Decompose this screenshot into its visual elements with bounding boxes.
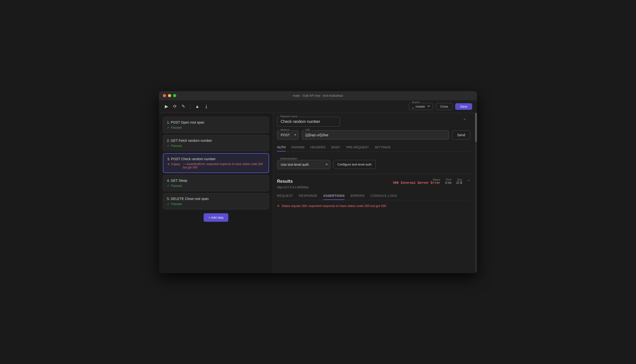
- size-label: Size: [457, 178, 462, 181]
- configure-auth-button[interactable]: Configure test-level auth: [333, 160, 376, 169]
- time-meta: Time 4 ms: [445, 178, 451, 184]
- time-label: Time: [446, 178, 451, 181]
- download-icon[interactable]: ⭳: [203, 103, 210, 110]
- method-url-row: Method POST GET PUT DELETE PATCH URL: [277, 130, 470, 140]
- step-4-status: ✓ Passed: [167, 184, 265, 188]
- collapse-button[interactable]: ⌃: [463, 118, 466, 123]
- app-window: mabl :: Edit API test - test-foobarbaz ▶…: [159, 91, 477, 273]
- branch-selector: Branch ⎯ master: [409, 103, 433, 110]
- branch-chevron-icon: [428, 106, 430, 107]
- checkmark-icon: ✓: [167, 126, 170, 130]
- auth-select[interactable]: Use test-level auth No auth Bearer token: [277, 160, 330, 169]
- results-title: Results: [277, 179, 293, 184]
- checkmark-icon: ✓: [167, 184, 170, 188]
- x-icon: ✕: [167, 162, 170, 166]
- branch-value: master: [416, 105, 425, 108]
- results-header: Results Status 500 Internal Server Error…: [277, 178, 470, 185]
- step-5-title: 5. DELETE Close root span: [167, 197, 265, 201]
- left-panel: 1. POST Open root span ✓ Passed 2. GET F…: [159, 113, 273, 273]
- status-label: Status: [433, 178, 440, 181]
- toolbar: ▶ ⟳ ✎ ▲ ⭳ Branch ⎯ master Close Save: [159, 100, 477, 113]
- upload-cloud-icon[interactable]: ▲: [194, 103, 200, 110]
- status-value: 500 Internal Server Error: [393, 181, 440, 185]
- scrollbar-thumb[interactable]: [475, 113, 477, 142]
- step-card-4[interactable]: 4. GET Sleep ✓ Passed: [163, 175, 269, 191]
- tab-headers[interactable]: HEADERS: [310, 144, 326, 152]
- step-5-status: ✓ Passed: [167, 202, 265, 206]
- step-2-status: ✓ Passed: [167, 144, 265, 148]
- results-collapse-button[interactable]: ⌃: [467, 179, 470, 184]
- method-wrapper: Method POST GET PUT DELETE PATCH: [277, 130, 299, 140]
- url-label: URL: [304, 128, 312, 131]
- add-step-button[interactable]: + Add step: [204, 213, 228, 222]
- assertion-error-text: Status equals 200: expected response to …: [282, 204, 386, 208]
- right-content: Request name ⌃ Method POST GET PUT DELET…: [273, 113, 477, 273]
- result-tab-response[interactable]: RESPONSE: [299, 192, 317, 200]
- results-meta: Status 500 Internal Server Error Time 4 …: [393, 178, 470, 185]
- step-card-2[interactable]: 2. GET Fetch random number ✓ Passed: [163, 135, 269, 151]
- request-tabs: AUTH PARAMS HEADERS BODY PRE-REQUEST SET…: [277, 144, 470, 152]
- tab-auth[interactable]: AUTH: [277, 144, 286, 152]
- step-3-title: 3. POST Check random number: [167, 157, 265, 161]
- main-content: 1. POST Open root span ✓ Passed 2. GET F…: [159, 113, 477, 273]
- auth-row: Use test-level auth No auth Bearer token…: [277, 160, 470, 169]
- results-section: Results Status 500 Internal Server Error…: [277, 174, 470, 208]
- request-name-section: Request name ⌃: [277, 117, 470, 126]
- size-value: 21 B: [456, 181, 462, 184]
- result-tabs: REQUEST RESPONSE ASSERTIONS ERRORS CONSO…: [277, 192, 470, 200]
- branch-label: Branch: [411, 101, 420, 104]
- result-tab-request[interactable]: REQUEST: [277, 192, 293, 200]
- minimize-window-button[interactable]: [168, 94, 171, 97]
- result-tab-assertions[interactable]: ASSERTIONS: [323, 192, 345, 200]
- step-1-title: 1. POST Open root span: [167, 120, 265, 124]
- checkmark-icon: ✓: [167, 144, 170, 148]
- results-url: http://127.0.0.1:8000/bar: [277, 186, 470, 189]
- step-2-title: 2. GET Fetch random number: [167, 138, 265, 142]
- url-wrapper: URL: [302, 130, 449, 140]
- tab-params[interactable]: PARAMS: [291, 144, 304, 152]
- edit-icon[interactable]: ✎: [180, 103, 186, 110]
- status-meta: Status 500 Internal Server Error: [393, 178, 440, 185]
- method-select[interactable]: POST GET PUT DELETE PATCH: [277, 130, 299, 140]
- toolbar-divider: [190, 104, 190, 109]
- toolbar-right: Branch ⎯ master Close Save: [409, 103, 472, 110]
- right-panel: Request name ⌃ Method POST GET PUT DELET…: [273, 113, 477, 273]
- auth-select-wrapper: Use test-level auth No auth Bearer token: [277, 160, 330, 169]
- maximize-window-button[interactable]: [173, 94, 176, 97]
- close-window-button[interactable]: [163, 94, 166, 97]
- step-card-3[interactable]: 3. POST Check random number ✕ Failed — A…: [163, 153, 269, 173]
- result-tab-console-logs[interactable]: CONSOLE LOGS: [370, 192, 397, 200]
- assertion-x-icon: ✕: [277, 204, 280, 208]
- step-card-5[interactable]: 5. DELETE Close root span ✓ Passed: [163, 193, 269, 210]
- auth-section: Authentication Use test-level auth No au…: [277, 156, 470, 169]
- method-label: Method: [280, 128, 290, 131]
- checkmark-icon: ✓: [167, 202, 170, 206]
- branch-button[interactable]: ⎯ master: [409, 103, 433, 110]
- titlebar: mabl :: Edit API test - test-foobarbaz: [159, 91, 477, 100]
- scrollbar-track[interactable]: [475, 113, 477, 273]
- step-3-status: ✕ Failed — AssertionError: expected resp…: [167, 162, 265, 169]
- window-title: mabl :: Edit API test - test-foobarbaz: [293, 94, 343, 98]
- tab-pre-request[interactable]: PRE-REQUEST: [346, 144, 369, 152]
- time-value: 4 ms: [445, 181, 451, 184]
- request-name-input[interactable]: [277, 117, 340, 126]
- step-card-1[interactable]: 1. POST Open root span ✓ Passed: [163, 117, 269, 133]
- save-button[interactable]: Save: [455, 103, 472, 110]
- step-1-status: ✓ Passed: [167, 126, 265, 130]
- branch-icon: ⎯: [412, 105, 414, 108]
- step-3-error: — AssertionError: expected response to h…: [183, 162, 265, 169]
- traffic-lights: [163, 94, 176, 97]
- tab-settings[interactable]: SETTINGS: [375, 144, 390, 152]
- tab-body[interactable]: BODY: [331, 144, 340, 152]
- auth-label: Authentication: [280, 157, 298, 160]
- assertion-error: ✕ Status equals 200: expected response t…: [277, 204, 470, 208]
- size-meta: Size 21 B: [456, 178, 462, 184]
- step-4-title: 4. GET Sleep: [167, 178, 265, 182]
- request-name-label: Request name: [280, 115, 299, 118]
- url-input[interactable]: [302, 130, 449, 140]
- close-button[interactable]: Close: [436, 103, 452, 110]
- result-tab-errors[interactable]: ERRORS: [350, 192, 365, 200]
- history-icon[interactable]: ⟳: [172, 103, 178, 110]
- send-button[interactable]: Send: [452, 130, 470, 140]
- play-icon[interactable]: ▶: [164, 103, 169, 110]
